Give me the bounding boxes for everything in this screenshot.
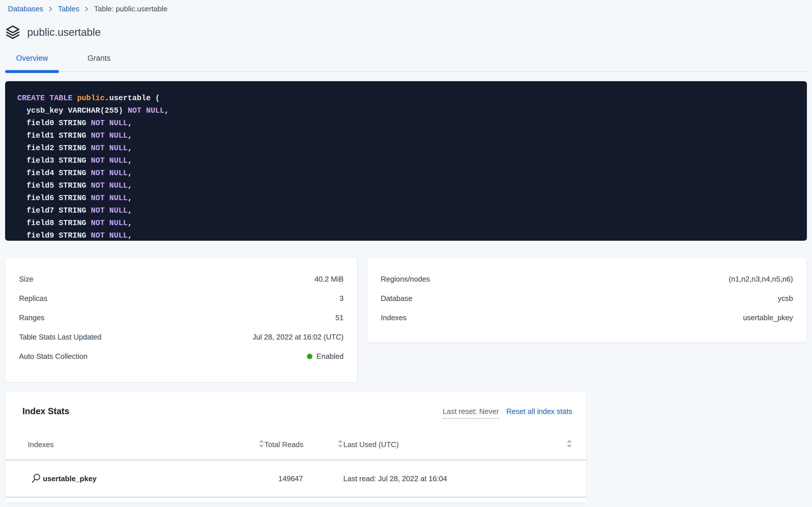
breadcrumb-current: Table: public.usertable [94, 5, 168, 13]
detail-value: 40.2 MiB [314, 275, 343, 284]
detail-row: Indexesusertable_pkey [381, 308, 793, 327]
detail-row: Size40.2 MiB [19, 269, 343, 289]
detail-label: Database [381, 294, 412, 303]
last-used-value: Last read: Jul 28, 2022 at 16:04 [343, 474, 447, 483]
index-table-header: Indexes Total Reads Last Used (UTC) [5, 440, 586, 449]
detail-value: 3 [339, 294, 343, 303]
column-header-indexes[interactable]: Indexes [28, 440, 54, 449]
layers-icon [5, 25, 20, 40]
status-dot-icon [307, 354, 312, 359]
detail-label: Ranges [19, 314, 45, 322]
create-table-sql-block: CREATE TABLE public.usertable ( ycsb_key… [5, 81, 807, 241]
detail-label: Regions/nodes [381, 275, 430, 284]
index-stats-actions: Last reset: Never Reset all index stats [443, 406, 572, 419]
sql-code-line: field5 STRING NOT NULL, [17, 179, 798, 192]
detail-value: (n1,n2,n3,n4,n5,n6) [729, 275, 793, 284]
detail-row: Ranges51 [19, 308, 343, 327]
breadcrumb-tables[interactable]: Tables [58, 5, 79, 13]
column-header-last-used[interactable]: Last Used (UTC) [343, 440, 398, 449]
sort-icon[interactable] [566, 439, 572, 450]
sql-code-line: field8 STRING NOT NULL, [17, 217, 798, 229]
total-reads-value: 149647 [264, 474, 303, 483]
column-header-total-reads[interactable]: Total Reads [264, 440, 303, 449]
index-link[interactable]: usertable_pkey [28, 473, 97, 484]
tab-bar: Overview Grants [5, 53, 807, 72]
last-reset-label: Last reset: Never [443, 407, 499, 419]
detail-label: Replicas [19, 294, 47, 303]
index-stats-title: Index Stats [22, 406, 69, 417]
search-icon [30, 473, 42, 484]
sort-icon[interactable] [337, 439, 343, 450]
sql-code-line: field1 STRING NOT NULL, [17, 129, 798, 142]
index-name: usertable_pkey [43, 474, 97, 483]
index-stats-card: Index Stats Last reset: Never Reset all … [5, 391, 586, 503]
sql-code-line: field6 STRING NOT NULL, [17, 192, 798, 205]
detail-value: 51 [335, 314, 343, 322]
detail-row: Replicas3 [19, 289, 343, 308]
page-title-row: public.usertable [5, 25, 807, 40]
chevron-right-icon [84, 6, 89, 12]
sort-icon[interactable] [258, 439, 264, 450]
details-cards-row: Size40.2 MiBReplicas3Ranges51Table Stats… [5, 258, 807, 382]
sql-code-line: CREATE TABLE public.usertable ( [17, 92, 798, 105]
tab-overview[interactable]: Overview [5, 53, 59, 71]
page-title: public.usertable [27, 26, 101, 38]
detail-row: Auto Stats CollectionEnabled [19, 347, 343, 366]
sql-code-line: ycsb_key VARCHAR(255) NOT NULL, [17, 105, 798, 117]
index-table-row: usertable_pkey 149647 Last read: Jul 28,… [5, 460, 586, 497]
sql-code-line: field3 STRING NOT NULL, [17, 155, 798, 167]
sql-code-line: field4 STRING NOT NULL, [17, 167, 798, 179]
detail-value: usertable_pkey [743, 314, 793, 322]
sql-code-line: field0 STRING NOT NULL, [17, 117, 798, 129]
reset-index-stats-link[interactable]: Reset all index stats [506, 407, 572, 416]
detail-label: Table Stats Last Updated [19, 333, 102, 341]
detail-label: Size [19, 275, 34, 284]
sql-code-line: field7 STRING NOT NULL, [17, 205, 798, 217]
detail-label: Auto Stats Collection [19, 352, 87, 361]
sql-code-line: field2 STRING NOT NULL, [17, 142, 798, 155]
index-stats-header: Index Stats Last reset: Never Reset all … [5, 392, 586, 419]
detail-value: ycsb [778, 294, 793, 303]
detail-value: Jul 28, 2022 at 16:02 (UTC) [252, 333, 343, 341]
breadcrumb-databases[interactable]: Databases [8, 5, 43, 13]
detail-row: Regions/nodes(n1,n2,n3,n4,n5,n6) [381, 269, 793, 289]
detail-label: Indexes [381, 314, 407, 322]
detail-row: Table Stats Last UpdatedJul 28, 2022 at … [19, 327, 343, 347]
table-divider [5, 497, 586, 498]
breadcrumb: Databases Tables Table: public.usertable [5, 0, 807, 13]
table-meta-card: Regions/nodes(n1,n2,n3,n4,n5,n6)Database… [367, 258, 807, 343]
detail-value: Enabled [307, 352, 343, 361]
tab-grants[interactable]: Grants [72, 53, 126, 71]
table-stats-card: Size40.2 MiBReplicas3Ranges51Table Stats… [5, 258, 358, 382]
sql-code-line: field9 STRING NOT NULL, [17, 229, 798, 241]
detail-row: Databaseycsb [381, 289, 793, 308]
chevron-right-icon [48, 6, 53, 12]
table-details-page: Databases Tables Table: public.usertable… [0, 0, 812, 503]
